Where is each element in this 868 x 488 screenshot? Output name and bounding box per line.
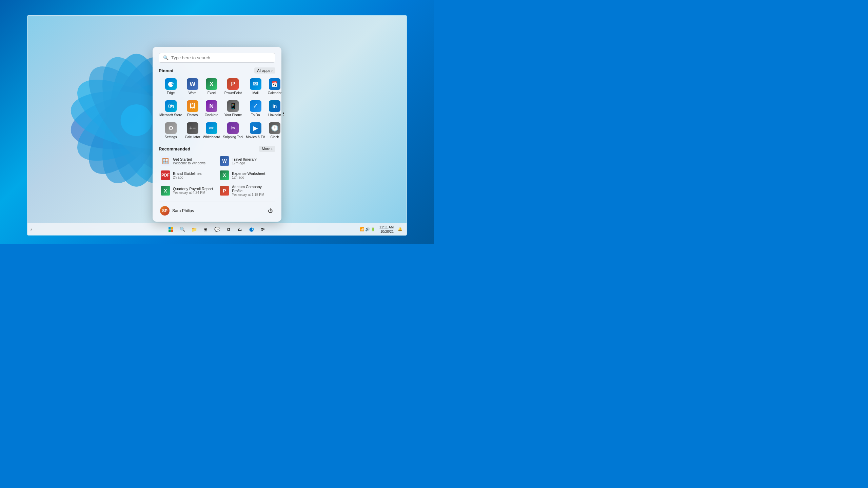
- snipping-label: Snipping Tool: [223, 135, 243, 139]
- svg-rect-20: [169, 227, 171, 229]
- linkedin-label: LinkedIn: [268, 113, 281, 117]
- rec-expense[interactable]: X Expense Worksheet 12h ago: [218, 169, 275, 182]
- taskbar-files-button[interactable]: 📁: [189, 224, 199, 235]
- app-whiteboard[interactable]: ✏ Whiteboard: [202, 120, 221, 141]
- app-calculator[interactable]: +− Calculator: [184, 120, 201, 141]
- movies-icon: ▶: [250, 122, 261, 134]
- calc-icon: +−: [187, 122, 198, 134]
- settings-label: Settings: [165, 135, 177, 139]
- taskbar-folder-button[interactable]: 🗂: [235, 224, 245, 235]
- desktop: 🔍 Pinned All apps ›: [0, 0, 434, 244]
- photos-label: Photos: [187, 113, 198, 117]
- recommended-label: Recommended: [159, 146, 190, 151]
- taskbar-edge-button[interactable]: [246, 224, 257, 235]
- excel-icon: X: [206, 78, 217, 90]
- calendar-icon: 📅: [269, 78, 280, 90]
- app-snipping[interactable]: ✂ Snipping Tool: [222, 120, 244, 141]
- app-settings[interactable]: ⚙ Settings: [159, 120, 183, 141]
- avatar: SP: [160, 206, 170, 216]
- onenote-icon: N: [206, 100, 217, 112]
- rec-adatum[interactable]: P Adatum Company Profile Yesterday at 1:…: [218, 183, 275, 198]
- app-powerpoint[interactable]: P PowerPoint: [222, 76, 244, 97]
- phone-label: Your Phone: [224, 113, 242, 117]
- recommended-grid: 🪟 Get Started Welcome to Windows W Trave…: [159, 155, 275, 198]
- notification-icon[interactable]: 🔔: [396, 226, 404, 232]
- calc-label: Calculator: [185, 135, 200, 139]
- start-button[interactable]: [166, 224, 176, 235]
- app-linkedin[interactable]: in LinkedIn: [267, 98, 282, 119]
- svg-rect-21: [171, 227, 174, 229]
- app-todo[interactable]: ✓ To Do: [245, 98, 266, 119]
- edge-label: Edge: [167, 91, 175, 95]
- todo-label: To Do: [251, 113, 260, 117]
- user-profile[interactable]: SP Sara Philips: [159, 205, 195, 217]
- app-photos[interactable]: 🖼 Photos: [184, 98, 201, 119]
- taskbar-store-button[interactable]: 🛍: [258, 224, 268, 235]
- rec-payroll-text: Quarterly Payroll Report Yesterday at 4:…: [173, 187, 213, 195]
- power-button[interactable]: ⏻: [265, 206, 275, 216]
- snipping-icon: ✂: [227, 122, 239, 134]
- battery-icon: 🔋: [371, 227, 375, 231]
- wifi-icon: 📶: [360, 227, 364, 231]
- clock-icon: 🕐: [269, 122, 280, 134]
- app-clock[interactable]: 🕐 Clock: [267, 120, 282, 141]
- rec-brand-icon: PDF: [161, 170, 170, 180]
- taskbar-center-icons: 🔍 📁 ⊞ 💬 ⧉ 🗂 🛍: [166, 224, 268, 235]
- search-bar[interactable]: 🔍: [159, 53, 275, 63]
- rec-travel[interactable]: W Travel Itinerary 17m ago: [218, 155, 275, 167]
- movies-label: Movies & TV: [246, 135, 265, 139]
- rec-get-started-text: Get Started Welcome to Windows: [173, 157, 205, 165]
- photos-icon: 🖼: [187, 100, 198, 112]
- svg-point-19: [121, 104, 152, 136]
- edge-icon: [165, 78, 177, 90]
- app-mail[interactable]: ✉ Mail: [245, 76, 266, 97]
- taskbar-taskview-button[interactable]: ⧉: [223, 224, 234, 235]
- app-edge[interactable]: Edge: [159, 76, 183, 97]
- ppt-icon: P: [227, 78, 239, 90]
- store-label: Microsoft Store: [159, 113, 182, 117]
- clock-display[interactable]: 11:11 AM 10/20/21: [378, 224, 395, 235]
- rec-brand[interactable]: PDF Brand Guidelines 2h ago: [159, 169, 216, 182]
- app-your-phone[interactable]: 📱 Your Phone: [222, 98, 244, 119]
- search-input[interactable]: [171, 55, 271, 60]
- taskbar-widgets-button[interactable]: ⊞: [200, 224, 211, 235]
- app-word[interactable]: W Word: [184, 76, 201, 97]
- word-icon: W: [187, 78, 198, 90]
- clock-label: Clock: [271, 135, 279, 139]
- recommended-section: Recommended More › 🪟 Get Started Wel: [159, 146, 275, 198]
- taskbar-search-button[interactable]: 🔍: [177, 224, 188, 235]
- settings-icon: ⚙: [165, 122, 177, 134]
- rec-brand-text: Brand Guidelines 2h ago: [173, 171, 201, 179]
- all-apps-button[interactable]: All apps ›: [254, 67, 275, 74]
- rec-get-started[interactable]: 🪟 Get Started Welcome to Windows: [159, 155, 216, 167]
- onenote-label: OneNote: [205, 113, 218, 117]
- app-excel[interactable]: X Excel: [202, 76, 221, 97]
- rec-travel-text: Travel Itinerary 17m ago: [232, 157, 257, 165]
- mail-icon: ✉: [250, 78, 261, 90]
- ppt-label: PowerPoint: [224, 91, 242, 95]
- more-button[interactable]: More ›: [259, 146, 275, 152]
- notification-chevron[interactable]: ∧: [30, 228, 33, 231]
- system-tray-icons[interactable]: 📶 🔊 🔋: [358, 226, 377, 232]
- whiteboard-label: Whiteboard: [203, 135, 220, 139]
- rec-adatum-text: Adatum Company Profile Yesterday at 1:15…: [232, 185, 273, 197]
- user-row: SP Sara Philips ⏻: [159, 202, 275, 217]
- user-name: Sara Philips: [172, 208, 194, 213]
- app-movies[interactable]: ▶ Movies & TV: [245, 120, 266, 141]
- app-calendar[interactable]: 📅 Calendar: [267, 76, 282, 97]
- excel-label: Excel: [208, 91, 216, 95]
- speaker-icon: 🔊: [365, 227, 370, 231]
- calendar-label: Calendar: [268, 91, 282, 95]
- app-onenote[interactable]: N OneNote: [202, 98, 221, 119]
- pinned-label: Pinned: [159, 68, 173, 73]
- svg-rect-22: [169, 229, 171, 232]
- rec-payroll[interactable]: X Quarterly Payroll Report Yesterday at …: [159, 183, 216, 198]
- rec-adatum-icon: P: [220, 186, 229, 196]
- taskbar-chat-button[interactable]: 💬: [212, 224, 222, 235]
- rec-get-started-icon: 🪟: [161, 156, 170, 166]
- taskbar-right: 📶 🔊 🔋 11:11 AM 10/20/21 🔔: [358, 224, 404, 235]
- rec-expense-icon: X: [220, 170, 229, 180]
- linkedin-icon: in: [269, 100, 280, 112]
- window-frame: 🔍 Pinned All apps ›: [27, 15, 407, 236]
- app-store[interactable]: 🛍 Microsoft Store: [159, 98, 183, 119]
